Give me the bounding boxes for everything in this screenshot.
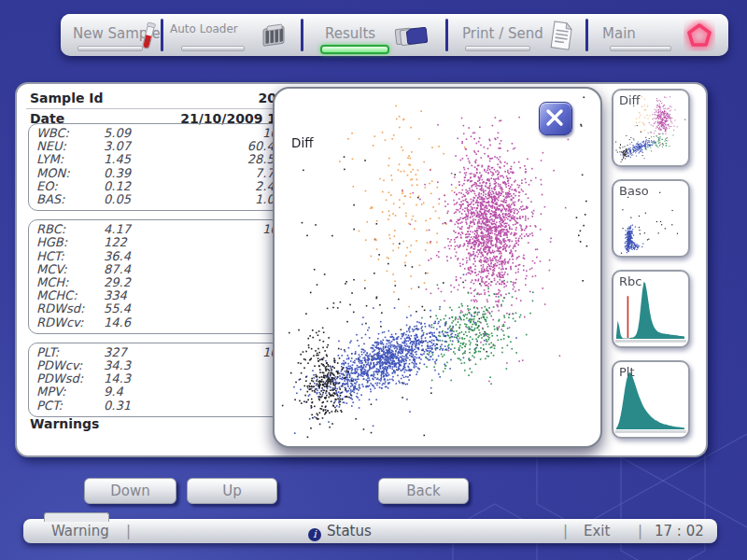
- table-cell: 34.3: [104, 359, 165, 372]
- thumbnail-rbc[interactable]: Rbc: [612, 270, 690, 348]
- table-cell: 87.4: [104, 263, 165, 276]
- table-cell: PDWsd:: [36, 372, 104, 385]
- table-row: RBC:4.1710⁶/µl: [36, 223, 298, 236]
- popup-title: Diff: [291, 135, 313, 150]
- down-button[interactable]: Down: [84, 478, 176, 504]
- close-icon: [540, 103, 570, 133]
- table-row: WBC:5.0910³/µl: [36, 127, 298, 140]
- table-cell: 9.4: [104, 385, 165, 399]
- diff-scattergram: [280, 92, 598, 441]
- table-row: BAS:0.051.0 |%|: [36, 193, 298, 206]
- status-separator: |: [638, 523, 642, 539]
- thumbnail-plt[interactable]: Plt: [612, 360, 690, 439]
- table-cell: 334: [104, 289, 165, 302]
- status-separator: |: [126, 523, 131, 539]
- toolbar-item-results[interactable]: Results: [301, 14, 445, 56]
- new-sample-underline: [78, 46, 143, 51]
- auto-loader-label: Auto Loader: [170, 22, 238, 35]
- result-group: RBC:4.1710⁶/µlHGB:122g/lHCT:36.4%MCV:87.…: [28, 219, 308, 334]
- table-cell: 14.6: [104, 316, 165, 329]
- table-cell: PCT:: [36, 399, 104, 413]
- table-cell: RDWcv:: [36, 316, 104, 329]
- sample-id-label: Sample Id: [30, 91, 104, 105]
- thumbnail-plt-label: Plt: [619, 365, 635, 379]
- clock: 17 : 02: [655, 523, 704, 539]
- table-row: MCHC:334g/l: [36, 289, 298, 302]
- table-row: RDWsd:55.4fl: [36, 302, 298, 315]
- blood-tube-icon: [138, 21, 159, 51]
- back-button[interactable]: Back: [378, 478, 469, 504]
- print-send-underline: [465, 46, 530, 51]
- main-toolbar: New Sample Auto Loader: [61, 14, 728, 56]
- info-icon: i: [308, 528, 321, 541]
- main-label: Main: [602, 25, 636, 42]
- thumbnail-rbc-label: Rbc: [619, 274, 641, 288]
- thumbnail-baso[interactable]: Baso: [612, 179, 690, 258]
- table-cell: RDWsd:: [36, 302, 104, 315]
- table-row: PDWsd:14.3fl: [36, 372, 298, 385]
- toolbar-item-main[interactable]: Main: [585, 14, 728, 56]
- table-cell: WBC:: [36, 127, 104, 140]
- table-row: MPV:9.4fl: [36, 385, 298, 399]
- table-cell: 0.12: [104, 180, 165, 193]
- table-cell: MPV:: [36, 385, 104, 399]
- warning-button[interactable]: Warning: [51, 523, 109, 539]
- thumbnail-diff[interactable]: Diff: [612, 89, 690, 167]
- table-row: MCV:87.4fl: [36, 263, 298, 276]
- status-separator: |: [563, 523, 568, 539]
- pentagon-icon: [684, 20, 715, 51]
- table-cell: 3.07: [104, 140, 165, 153]
- table-row: NEU:3.0760.4 |%|: [36, 140, 298, 153]
- thumbnail-diff-label: Diff: [619, 93, 641, 107]
- table-cell: 0.39: [104, 167, 165, 180]
- table-cell: 122: [104, 236, 165, 249]
- close-button[interactable]: [539, 102, 572, 135]
- table-cell: RBC:: [36, 223, 104, 236]
- status-label: Status: [327, 523, 372, 539]
- table-cell: MCV:: [36, 263, 104, 276]
- up-button[interactable]: Up: [187, 478, 277, 504]
- table-row: LYM:1.4528.5 |%|: [36, 153, 298, 166]
- table-cell: MON:: [36, 167, 104, 180]
- table-cell: BAS:: [36, 193, 104, 206]
- table-row: HGB:122g/l: [36, 236, 298, 249]
- toolbar-item-new-sample[interactable]: New Sample: [61, 14, 161, 56]
- table-row: PLT:32710³/µl: [36, 346, 298, 359]
- table-cell: 29.2: [104, 276, 165, 289]
- table-cell: 36.4: [104, 250, 165, 263]
- diff-scattergram-popup: Diff: [273, 87, 602, 448]
- results-table: WBC:5.0910³/µlNEU:3.0760.4 |%|LYM:1.4528…: [28, 123, 308, 426]
- table-row: PDWcv:34.3%: [36, 359, 298, 372]
- table-cell: HCT:: [36, 250, 104, 263]
- toolbar-item-auto-loader[interactable]: Auto Loader: [161, 14, 301, 56]
- table-cell: HGB:: [36, 236, 104, 249]
- table-row: MON:0.397.7 |%|: [36, 167, 298, 180]
- table-cell: PDWcv:: [36, 359, 104, 372]
- tube-rack-icon: [259, 22, 290, 50]
- toolbar-item-print-send[interactable]: Print / Send: [445, 14, 585, 56]
- table-cell: PLT:: [36, 346, 104, 359]
- warnings-heading: Warnings: [30, 416, 99, 431]
- exit-button[interactable]: Exit: [584, 523, 610, 539]
- result-group: WBC:5.0910³/µlNEU:3.0760.4 |%|LYM:1.4528…: [28, 123, 308, 211]
- result-group: PLT:32710³/µlPDWcv:34.3%PDWsd:14.3flMPV:…: [28, 343, 308, 417]
- main-underline: [610, 46, 671, 51]
- status-bar-tab: [44, 512, 109, 522]
- results-label: Results: [325, 25, 375, 42]
- table-cell: EO:: [36, 180, 104, 193]
- status-indicator: iStatus: [308, 523, 372, 541]
- thumbnail-baso-label: Baso: [619, 184, 649, 198]
- table-cell: MCHC:: [36, 289, 104, 302]
- auto-loader-underline: [181, 46, 245, 51]
- table-cell: 1.45: [104, 153, 165, 166]
- table-cell: 327: [104, 346, 165, 359]
- table-cell: MCH:: [36, 276, 104, 289]
- table-cell: NEU:: [36, 140, 104, 153]
- table-row: HCT:36.4%: [36, 250, 298, 263]
- header-divider: [26, 108, 280, 109]
- analyzer-screen: { "toolbar": { "items": [ {"label": "New…: [0, 0, 747, 560]
- table-row: MCH:29.2pg: [36, 276, 298, 289]
- document-icon: [546, 19, 576, 52]
- table-cell: 14.3: [104, 372, 165, 385]
- table-cell: LYM:: [36, 153, 104, 166]
